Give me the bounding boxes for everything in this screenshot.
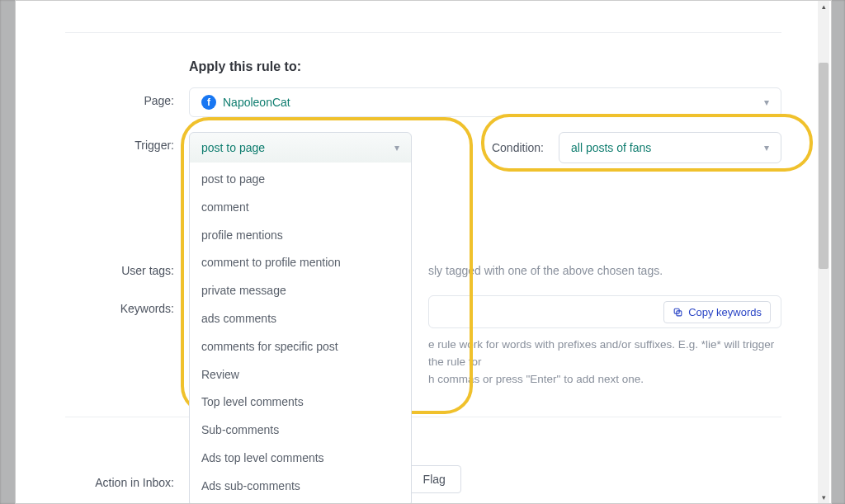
- page-select[interactable]: f NapoleonCat ▾: [189, 87, 781, 117]
- label-page: Page:: [65, 87, 189, 107]
- trigger-option[interactable]: Ads sub-comments: [190, 473, 411, 501]
- trigger-dropdown: post to page comment profile mentions co…: [189, 163, 412, 504]
- condition-selected-value: all posts of fans: [571, 141, 651, 154]
- trigger-option[interactable]: Review: [190, 361, 411, 389]
- trigger-option[interactable]: post to page: [190, 166, 411, 194]
- trigger-option[interactable]: Sub-comments: [190, 417, 411, 445]
- scrollbar[interactable]: ▴ ▾: [818, 1, 829, 503]
- scroll-thumb[interactable]: [819, 63, 828, 269]
- row-action-in-inbox: Action in Inbox: none Archive Delete Fla…: [65, 465, 781, 493]
- trigger-option[interactable]: comments for specific post: [190, 333, 411, 361]
- trigger-option[interactable]: profile mentions: [190, 222, 411, 250]
- label-condition: Condition:: [492, 141, 544, 154]
- divider: [65, 32, 781, 33]
- keywords-hint: e rule work for words with prefixes and/…: [428, 337, 781, 389]
- chevron-down-icon: ▾: [764, 97, 769, 108]
- row-page: Page: f NapoleonCat ▾: [65, 87, 781, 117]
- keywords-input-wrap[interactable]: Copy keywords: [428, 295, 781, 328]
- facebook-icon: f: [201, 95, 216, 110]
- trigger-option[interactable]: Top level comments: [190, 389, 411, 417]
- user-tags-hint: sly tagged with one of the above chosen …: [428, 257, 781, 277]
- label-trigger: Trigger:: [65, 132, 189, 152]
- row-user-tags: User tags: sly tagged with one of the ab…: [65, 257, 781, 277]
- label-keywords: Keywords:: [65, 295, 189, 315]
- trigger-selected-value: post to page: [201, 141, 265, 154]
- page-name: NapoleonCat: [223, 96, 290, 109]
- divider: [65, 417, 781, 417]
- trigger-option[interactable]: ads comments: [190, 305, 411, 333]
- copy-keywords-label: Copy keywords: [688, 306, 762, 318]
- trigger-option[interactable]: comment to profile mention: [190, 249, 411, 277]
- trigger-option[interactable]: Ads top level comments: [190, 445, 411, 473]
- label-user-tags: User tags:: [65, 257, 189, 277]
- copy-keywords-button[interactable]: Copy keywords: [663, 301, 771, 323]
- label-action-in-inbox: Action in Inbox:: [65, 469, 189, 489]
- trigger-select[interactable]: post to page ▾: [189, 132, 412, 163]
- row-keywords: Keywords: Copy keywords e rule work for …: [65, 295, 781, 389]
- chevron-down-icon: ▾: [764, 142, 769, 153]
- copy-icon: [673, 307, 683, 318]
- scroll-down-button[interactable]: ▾: [818, 492, 829, 503]
- modal-content: Apply this rule to: Page: f NapoleonCat …: [16, 32, 831, 504]
- trigger-option[interactable]: private message: [190, 277, 411, 305]
- rule-modal: ▴ ▾ Apply this rule to: Page: f Napoleon…: [15, 0, 832, 504]
- condition-select[interactable]: all posts of fans ▾: [559, 132, 781, 163]
- section-title-apply: Apply this rule to:: [189, 59, 781, 74]
- action-flag-button[interactable]: Flag: [408, 465, 461, 493]
- scroll-up-button[interactable]: ▴: [818, 1, 829, 12]
- row-trigger-condition: Trigger: post to page ▾ post to page com…: [65, 132, 781, 181]
- trigger-option[interactable]: comment: [190, 194, 411, 222]
- chevron-down-icon: ▾: [394, 142, 399, 153]
